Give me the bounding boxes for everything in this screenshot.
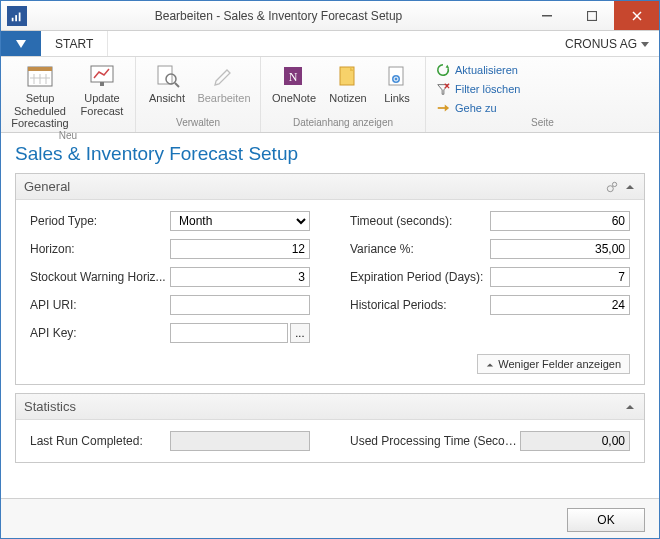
fasttab-statistics: Statistics Last Run Completed: Used Proc…: [15, 393, 645, 463]
gear-icon: [606, 181, 618, 193]
used-time-label: Used Processing Time (Secon...: [350, 434, 520, 448]
variance-input[interactable]: [490, 239, 630, 259]
horizon-input[interactable]: [170, 239, 310, 259]
svg-marker-8: [641, 42, 649, 47]
titlebar: Bearbeiten - Sales & Inventory Forecast …: [1, 1, 659, 31]
filter-loeschen-button[interactable]: Filter löschen: [436, 80, 649, 99]
group-label-seite: Seite: [436, 117, 649, 130]
used-time-input: [520, 431, 630, 451]
show-fewer-button[interactable]: Weniger Felder anzeigen: [477, 354, 630, 374]
last-run-label: Last Run Completed:: [30, 434, 170, 448]
svg-marker-35: [626, 405, 634, 409]
minimize-button[interactable]: [524, 1, 569, 30]
chevron-down-icon: [641, 40, 649, 48]
goto-icon: [436, 101, 450, 115]
ok-button[interactable]: OK: [567, 508, 645, 532]
aktualisieren-button[interactable]: Aktualisieren: [436, 61, 649, 80]
company-switcher[interactable]: CRONUS AG: [555, 31, 659, 56]
svg-marker-30: [445, 104, 449, 111]
svg-text:N: N: [289, 70, 298, 84]
stockout-input[interactable]: [170, 267, 310, 287]
historical-label: Historical Periods:: [350, 298, 490, 312]
api-uri-label: API URI:: [30, 298, 170, 312]
notes-icon: [332, 62, 364, 90]
svg-marker-7: [16, 40, 26, 48]
svg-point-31: [607, 185, 613, 191]
bearbeiten-button[interactable]: Bearbeiten: [196, 60, 252, 117]
api-key-input[interactable]: [170, 323, 288, 343]
timeout-input[interactable]: [490, 211, 630, 231]
fasttab-statistics-header[interactable]: Statistics: [16, 394, 644, 420]
period-type-select[interactable]: Month: [170, 211, 310, 231]
chart-icon: [86, 62, 118, 90]
variance-label: Variance %:: [350, 242, 490, 256]
period-type-label: Period Type:: [30, 214, 170, 228]
edit-icon: [208, 62, 240, 90]
expiration-label: Expiration Period (Days):: [350, 270, 490, 284]
ansicht-button[interactable]: Ansicht: [144, 60, 190, 117]
chevron-up-icon: [624, 181, 636, 193]
group-label-dateianhang: Dateianhang anzeigen: [269, 117, 417, 130]
horizon-label: Horizon:: [30, 242, 170, 256]
svg-line-19: [175, 83, 179, 87]
svg-marker-25: [446, 65, 450, 69]
footer: OK: [1, 498, 659, 539]
svg-marker-34: [487, 363, 493, 366]
svg-rect-17: [158, 66, 172, 84]
clear-filter-icon: [436, 82, 450, 96]
ribbon-group-verwalten: Ansicht Bearbeiten Verwalten: [136, 57, 261, 132]
chevron-up-icon: [624, 401, 636, 413]
svg-marker-33: [626, 185, 634, 189]
onenote-button[interactable]: N OneNote: [269, 60, 319, 117]
svg-rect-10: [28, 67, 52, 71]
ribbon-tabs: START CRONUS AG: [1, 31, 659, 57]
notizen-button[interactable]: Notizen: [325, 60, 371, 117]
svg-rect-1: [15, 15, 17, 21]
svg-point-24: [392, 75, 400, 83]
svg-rect-3: [542, 15, 552, 17]
ribbon-group-dateianhang: N OneNote Notizen Links Dateianhang anze…: [261, 57, 426, 132]
expiration-input[interactable]: [490, 267, 630, 287]
view-icon: [151, 62, 183, 90]
links-button[interactable]: Links: [377, 60, 417, 117]
api-key-label: API Key:: [30, 326, 170, 340]
stockout-label: Stockout Warning Horiz...: [30, 270, 170, 284]
group-label-neu: Neu: [9, 130, 127, 141]
ribbon: Setup Scheduled Forecasting Update Forec…: [1, 57, 659, 133]
svg-rect-2: [19, 12, 21, 21]
maximize-button[interactable]: [569, 1, 614, 30]
svg-rect-0: [12, 17, 14, 21]
gehe-zu-button[interactable]: Gehe zu: [436, 98, 649, 117]
update-forecast-button[interactable]: Update Forecast: [77, 60, 127, 130]
api-key-assist-button[interactable]: ...: [290, 323, 310, 343]
tab-start[interactable]: START: [41, 31, 108, 56]
svg-rect-16: [100, 82, 104, 86]
last-run-input: [170, 431, 310, 451]
api-uri-input[interactable]: [170, 295, 310, 315]
page-title: Sales & Inventory Forecast Setup: [15, 143, 645, 165]
group-label-verwalten: Verwalten: [144, 117, 252, 130]
onenote-icon: N: [278, 62, 310, 90]
historical-input[interactable]: [490, 295, 630, 315]
fasttab-general-header[interactable]: General: [16, 174, 644, 200]
refresh-icon: [436, 63, 450, 77]
close-button[interactable]: [614, 1, 659, 30]
calendar-icon: [24, 62, 56, 90]
svg-rect-4: [587, 11, 596, 20]
svg-point-32: [612, 182, 616, 186]
content-area: Sales & Inventory Forecast Setup General…: [1, 133, 659, 498]
ribbon-group-seite: Aktualisieren Filter löschen Gehe zu Sei…: [426, 57, 659, 132]
link-icon: [381, 62, 413, 90]
file-tab[interactable]: [1, 31, 41, 56]
setup-scheduled-forecasting-button[interactable]: Setup Scheduled Forecasting: [9, 60, 71, 130]
timeout-label: Timeout (seconds):: [350, 214, 490, 228]
app-icon: [7, 6, 27, 26]
window-title: Bearbeiten - Sales & Inventory Forecast …: [33, 9, 524, 23]
company-name: CRONUS AG: [565, 37, 637, 51]
fasttab-general: General Period Type:Month Horizon: Stock…: [15, 173, 645, 385]
ribbon-group-neu: Setup Scheduled Forecasting Update Forec…: [1, 57, 136, 132]
